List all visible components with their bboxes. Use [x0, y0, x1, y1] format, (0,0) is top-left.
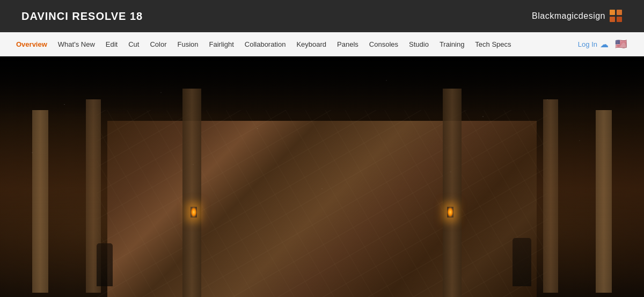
nav-item-edit[interactable]: Edit: [106, 39, 118, 49]
hero-background: [0, 56, 644, 297]
nav-link-color[interactable]: Color: [150, 40, 166, 48]
nav-item-keyboard[interactable]: Keyboard: [296, 39, 326, 49]
nav-links: Overview What's New Edit Cut Color Fusio…: [16, 39, 511, 49]
cloud-icon: ☁: [600, 39, 609, 49]
logo-squares: [610, 10, 623, 23]
nav-item-training[interactable]: Training: [440, 39, 464, 49]
main-nav: Overview What's New Edit Cut Color Fusio…: [0, 32, 644, 56]
nav-link-cut[interactable]: Cut: [128, 40, 139, 48]
hero-particles: [0, 56, 644, 297]
site-title: DAVINCI RESOLVE 18: [21, 10, 143, 23]
nav-link-studio[interactable]: Studio: [409, 40, 429, 48]
logo-text: Blackmagicdesign: [532, 11, 605, 21]
login-label: Log In: [578, 40, 597, 48]
nav-item-collaboration[interactable]: Collaboration: [245, 39, 286, 49]
hero-section: [0, 56, 644, 297]
nav-link-whats-new[interactable]: What's New: [58, 40, 95, 48]
logo-sq-3: [610, 17, 615, 22]
language-flag[interactable]: 🇺🇸: [614, 39, 628, 49]
nav-item-tech-specs[interactable]: Tech Specs: [475, 39, 511, 49]
nav-link-panels[interactable]: Panels: [337, 40, 358, 48]
nav-right: Log In ☁ 🇺🇸: [578, 39, 628, 49]
nav-link-fairlight[interactable]: Fairlight: [209, 40, 234, 48]
nav-link-collaboration[interactable]: Collaboration: [245, 40, 286, 48]
site-header: DAVINCI RESOLVE 18 Blackmagicdesign: [0, 0, 644, 32]
nav-link-edit[interactable]: Edit: [106, 40, 118, 48]
nav-link-overview[interactable]: Overview: [16, 40, 47, 48]
nav-item-fusion[interactable]: Fusion: [178, 39, 199, 49]
logo-container: Blackmagicdesign: [532, 10, 623, 23]
nav-link-keyboard[interactable]: Keyboard: [296, 40, 326, 48]
logo-sq-4: [617, 17, 622, 22]
nav-item-fairlight[interactable]: Fairlight: [209, 39, 234, 49]
login-button[interactable]: Log In ☁: [578, 39, 609, 49]
nav-item-studio[interactable]: Studio: [409, 39, 429, 49]
nav-link-training[interactable]: Training: [440, 40, 464, 48]
nav-item-overview[interactable]: Overview: [16, 39, 47, 49]
nav-item-panels[interactable]: Panels: [337, 39, 358, 49]
logo-sq-1: [610, 10, 615, 15]
nav-link-consoles[interactable]: Consoles: [369, 40, 398, 48]
nav-item-consoles[interactable]: Consoles: [369, 39, 398, 49]
logo-sq-2: [617, 10, 622, 15]
nav-link-tech-specs[interactable]: Tech Specs: [475, 40, 511, 48]
nav-item-color[interactable]: Color: [150, 39, 166, 49]
nav-item-cut[interactable]: Cut: [128, 39, 139, 49]
nav-link-fusion[interactable]: Fusion: [178, 40, 199, 48]
nav-item-whats-new[interactable]: What's New: [58, 39, 95, 49]
